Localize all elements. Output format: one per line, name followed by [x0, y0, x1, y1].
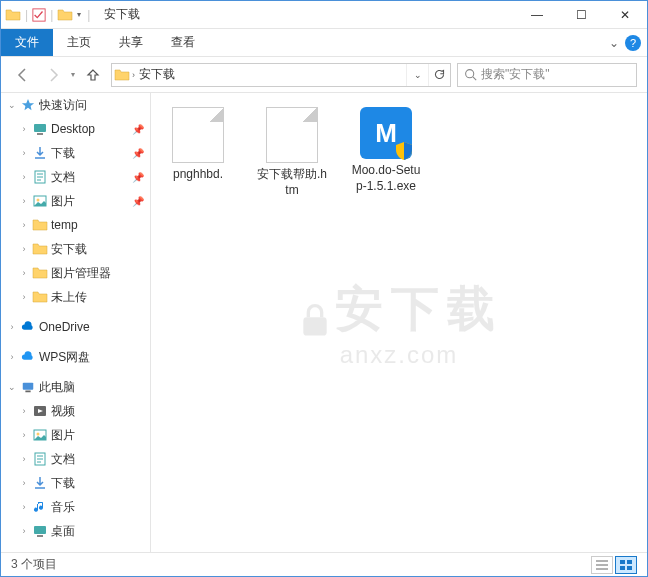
window-controls: — ☐ ✕ [515, 1, 647, 29]
svg-rect-7 [23, 383, 34, 390]
help-icon[interactable]: ? [625, 35, 641, 51]
minimize-button[interactable]: — [515, 1, 559, 29]
svg-rect-16 [620, 560, 625, 564]
file-item[interactable]: pnghhbd. [159, 103, 237, 202]
titlebar: | | ▾ | 安下载 — ☐ ✕ [1, 1, 647, 29]
sidebar-onedrive[interactable]: › OneDrive [1, 315, 150, 339]
sidebar-item[interactable]: ›图片 [1, 423, 150, 447]
address-bar[interactable]: › 安下载 ⌄ [111, 63, 451, 87]
qat-dropdown[interactable]: ▾ [75, 10, 83, 19]
sidebar-item[interactable]: ›未上传 [1, 285, 150, 309]
chevron-down-icon[interactable]: ⌄ [7, 382, 17, 392]
sidebar-item-label: 图片 [51, 427, 150, 444]
sidebar-item[interactable]: ›下载📌 [1, 141, 150, 165]
chevron-right-icon[interactable]: › [19, 502, 29, 512]
sidebar-item-label: temp [51, 218, 150, 232]
sidebar-item-label: 未上传 [51, 289, 150, 306]
sidebar-this-pc[interactable]: ⌄ 此电脑 [1, 375, 150, 399]
tab-home[interactable]: 主页 [53, 29, 105, 56]
status-text: 3 个项目 [11, 556, 57, 573]
view-details-button[interactable] [591, 556, 613, 574]
exe-icon: M [360, 107, 412, 159]
chevron-right-icon[interactable]: › [7, 352, 17, 362]
music-icon [32, 499, 48, 515]
breadcrumb-segment[interactable]: 安下载 [135, 66, 179, 83]
chevron-down-icon[interactable]: ⌄ [7, 100, 17, 110]
sidebar-item[interactable]: ›temp [1, 213, 150, 237]
sidebar-item[interactable]: ›Desktop📌 [1, 117, 150, 141]
download-icon [32, 145, 48, 161]
chevron-right-icon[interactable]: › [19, 196, 29, 206]
desktop-icon [32, 523, 48, 539]
chevron-right-icon[interactable]: › [19, 148, 29, 158]
file-label: 安下载帮助.htm [257, 167, 327, 198]
folder-icon [32, 265, 48, 281]
sidebar-item-label: 文档 [51, 451, 150, 468]
cloud-icon [20, 349, 36, 365]
chevron-right-icon[interactable]: › [19, 292, 29, 302]
chevron-right-icon[interactable]: › [19, 406, 29, 416]
chevron-right-icon[interactable]: › [19, 526, 29, 536]
sidebar-item[interactable]: ›文档 [1, 447, 150, 471]
recent-dropdown[interactable]: ▾ [71, 70, 75, 79]
refresh-button[interactable] [428, 64, 450, 86]
doc-icon [32, 451, 48, 467]
file-item[interactable]: 安下载帮助.htm [253, 103, 331, 202]
tab-file[interactable]: 文件 [1, 29, 53, 56]
chevron-right-icon[interactable]: › [19, 244, 29, 254]
chevron-right-icon[interactable]: › [19, 478, 29, 488]
sidebar-item[interactable]: ›下载 [1, 471, 150, 495]
sidebar-item-label: 桌面 [51, 523, 150, 540]
sidebar-item[interactable]: ›图片管理器 [1, 261, 150, 285]
chevron-right-icon[interactable]: › [19, 172, 29, 182]
chevron-right-icon[interactable]: › [19, 454, 29, 464]
sidebar-item[interactable]: ›桌面 [1, 519, 150, 543]
file-item[interactable]: MMoo.do-Setup-1.5.1.exe [347, 103, 425, 202]
close-button[interactable]: ✕ [603, 1, 647, 29]
file-label: pnghhbd. [173, 167, 223, 183]
sidebar-item[interactable]: ›文档📌 [1, 165, 150, 189]
svg-rect-2 [34, 124, 46, 132]
download-icon [32, 475, 48, 491]
tab-share[interactable]: 共享 [105, 29, 157, 56]
pic-icon [32, 193, 48, 209]
sidebar-item[interactable]: ›图片📌 [1, 189, 150, 213]
cloud-icon [20, 319, 36, 335]
pic-icon [32, 427, 48, 443]
maximize-button[interactable]: ☐ [559, 1, 603, 29]
svg-rect-3 [37, 133, 43, 135]
desktop-icon [32, 121, 48, 137]
forward-button[interactable] [41, 63, 65, 87]
check-icon[interactable] [32, 8, 46, 22]
svg-rect-13 [34, 526, 46, 534]
svg-rect-15 [303, 318, 326, 336]
sidebar-item[interactable]: ›音乐 [1, 495, 150, 519]
svg-point-6 [37, 199, 40, 202]
chevron-right-icon[interactable]: › [7, 322, 17, 332]
sidebar-wps[interactable]: › WPS网盘 [1, 345, 150, 369]
tab-view[interactable]: 查看 [157, 29, 209, 56]
svg-point-11 [37, 433, 40, 436]
svg-rect-19 [627, 566, 632, 570]
view-icons-button[interactable] [615, 556, 637, 574]
sidebar-item-label: 下载 [51, 475, 150, 492]
sidebar[interactable]: ⌄ 快速访问 ›Desktop📌›下载📌›文档📌›图片📌›temp›安下载›图片… [1, 93, 151, 552]
chevron-right-icon[interactable]: › [19, 268, 29, 278]
address-dropdown[interactable]: ⌄ [406, 64, 428, 86]
folder-icon [57, 7, 73, 23]
up-button[interactable] [81, 63, 105, 87]
file-icon [172, 107, 224, 163]
folder-icon [32, 217, 48, 233]
chevron-right-icon[interactable]: › [19, 124, 29, 134]
sidebar-item-label: Desktop [51, 122, 129, 136]
chevron-right-icon[interactable]: › [19, 220, 29, 230]
svg-point-1 [466, 70, 474, 78]
search-input[interactable]: 搜索"安下载" [457, 63, 637, 87]
ribbon-collapse[interactable]: ⌄ [609, 36, 619, 50]
chevron-right-icon[interactable]: › [19, 430, 29, 440]
sidebar-item[interactable]: ›视频 [1, 399, 150, 423]
back-button[interactable] [11, 63, 35, 87]
sidebar-quick-access[interactable]: ⌄ 快速访问 [1, 93, 150, 117]
file-list[interactable]: 安下载 anxz.com pnghhbd.安下载帮助.htmMMoo.do-Se… [151, 93, 647, 552]
sidebar-item[interactable]: ›安下载 [1, 237, 150, 261]
